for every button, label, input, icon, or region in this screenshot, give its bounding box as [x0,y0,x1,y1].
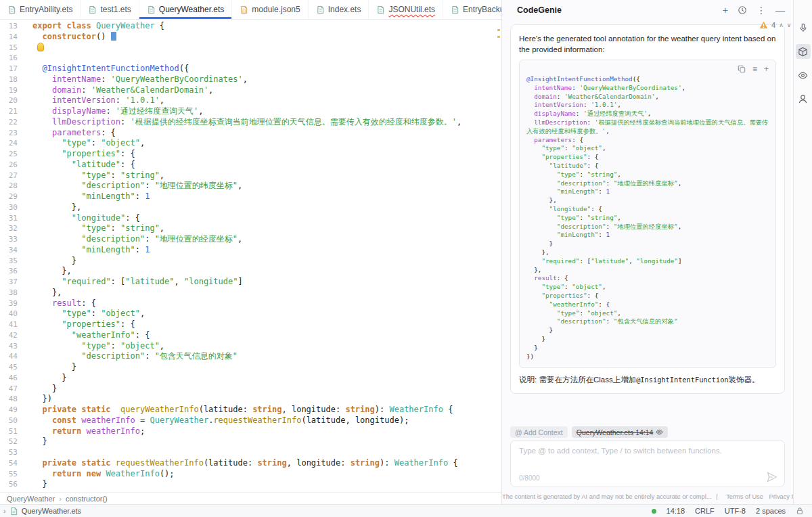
lock-icon[interactable] [796,507,804,515]
line-number: 40 [0,309,18,319]
tab-entryability-ets[interactable]: EntryAbility.ets [0,0,81,19]
code-line: 29 "minLength": 1 [0,192,497,202]
context-file-chip[interactable]: QueryWeather.ets 14:14 [572,426,669,438]
line-number: 20 [0,95,18,106]
chevron-right-icon: › [59,495,62,503]
code-line: 46 } [0,373,497,384]
code-line: 19 domain: 'Weather&CalendarDomain', [0,85,497,96]
line-number: 25 [0,149,18,160]
panel-code-line: } [526,326,769,335]
editor-code-area[interactable]: 13export class QueryWeather {14 construc… [0,21,497,490]
line-number: 56 [0,479,18,490]
tab-module-json5[interactable]: {}module.json5 [232,0,308,19]
svg-text:{}: {} [242,8,247,12]
panel-code-line: "longitude": { [526,205,769,214]
tab-label: EntryAbility.ets [20,5,72,14]
line-number: 26 [0,160,18,171]
panel-code-line: "type": "object", [526,309,769,318]
panel-code-line: llmDescription: '根据提供的经纬度坐标查询当前地理位置的天气信息… [526,118,769,136]
note-text: 装饰器。 [729,376,760,384]
panel-code-line: displayName: '通过经纬度查询天气', [526,110,769,118]
status-time: 14:18 [667,507,685,515]
prev-warning-icon[interactable]: ∧ [779,22,784,28]
panel-code-line: "required": ["latitude", "longitude"] [526,257,769,266]
scrollbar-warning-mark [497,29,500,31]
line-ending-selector[interactable]: CRLF [695,507,715,515]
tab-queryweather-ets[interactable]: QueryWeather.ets [139,0,233,19]
ets-file-icon [316,5,325,14]
tab-test1-ets[interactable]: test1.ets [81,0,139,19]
editor-tab-bar: EntryAbility.etstest1.etsQueryWeather.et… [0,0,501,20]
codegenie-panel: CodeGenie + ⋮ — 4 ∧ ∨ Here's the generat… [501,0,793,504]
panel-code-line: @InsightIntentFunctionMethod({ [526,75,769,84]
ets-file-icon [451,5,459,14]
codegenie-tool-icon[interactable] [796,44,811,59]
eye-icon[interactable] [656,428,663,436]
code-line: 35 } [0,256,497,267]
char-counter: 0/8000 [519,474,540,482]
code-block: ≡ + @InsightIntentFunctionMethod({ inten… [519,60,776,368]
privacy-policy-link[interactable]: Privacy Policy [769,493,793,500]
line-number: 30 [0,202,18,213]
code-editor[interactable]: 13export class QueryWeather {14 construc… [0,20,501,492]
panel-code-line: } [526,240,769,248]
tab-index-ets[interactable]: Index.ets [309,0,369,19]
chat-input-placeholder: Type @ to add context, Type / to switch … [511,441,784,461]
code-line: 23 parameters: { [0,128,497,139]
line-number: 36 [0,266,18,277]
statusbar-file-tab[interactable]: QueryWeather.ets [22,507,81,515]
panel-code-line: "properties": { [526,292,769,300]
code-line: 18 intentName: 'QueryWeatherByCoordinate… [0,74,497,85]
footer-separator: | [716,493,717,500]
panel-title: CodeGenie [517,5,562,15]
add-context-button[interactable]: @ Add Context [510,426,568,438]
expand-toolwindow-icon[interactable]: › [3,507,6,515]
tab-label: JSONUtil.ets [388,5,435,14]
code-line: 26 "latitude": { [0,160,497,171]
more-options-icon[interactable]: ⋮ [757,5,766,15]
chat-input[interactable]: Type @ to add context, Type / to switch … [510,440,785,487]
line-number: 17 [0,64,18,74]
note-inline-code: @InsightIntentFunction [636,376,728,384]
encoding-selector[interactable]: UTF-8 [725,507,746,515]
breadcrumb-method[interactable]: constructor() [66,495,108,503]
history-icon[interactable] [738,5,747,15]
code-line: 22 llmDescription: '根据提供的经纬度坐标查询当前地理位置的天… [0,117,497,128]
panel-code-line: }) [526,353,769,361]
line-number: 35 [0,256,18,267]
send-icon[interactable] [767,472,777,482]
new-chat-icon[interactable]: + [723,5,728,15]
code-line: 38 }, [0,288,497,298]
breadcrumb-class[interactable]: QueryWeather [7,495,55,503]
line-number: 33 [0,234,18,245]
code-line: 28 "description": "地理位置的纬度坐标", [0,181,497,192]
line-number: 31 [0,213,18,224]
tab-jsonutil-ets[interactable]: JSONUtil.ets [369,0,443,19]
next-warning-icon[interactable]: ∨ [787,22,792,28]
copy-icon[interactable] [738,65,746,73]
voice-input-icon[interactable] [796,20,811,35]
line-number: 48 [0,394,18,405]
line-number: 27 [0,171,18,181]
panel-code-line: "type": "object", [526,283,769,292]
account-icon[interactable] [796,91,811,106]
code-line: 31 "longitude": { [0,213,497,224]
line-number: 21 [0,106,18,117]
ets-file-icon [376,5,385,14]
code-line: 24 "type": "object", [0,138,497,149]
line-number: 32 [0,223,18,234]
panel-code-line: result: { [526,274,769,283]
status-bar: › QueryWeather.ets 14:18 CRLF UTF-8 2 sp… [0,504,812,517]
line-number: 34 [0,245,18,256]
terms-of-use-link[interactable]: Terms of Use [726,493,763,500]
line-number: 50 [0,415,18,426]
indent-selector[interactable]: 2 spaces [756,507,786,515]
panel-code-line: intentName: 'QueryWeatherByCoordinates', [526,84,769,93]
previewer-icon[interactable] [796,68,811,83]
insert-code-icon[interactable]: ≡ [752,65,757,73]
intention-bulb-icon[interactable] [37,43,44,51]
inspections-widget[interactable]: 4 ∧ ∨ [759,21,791,29]
code-line: 41 "properties": { [0,319,497,330]
add-to-file-icon[interactable]: + [764,65,769,73]
minimize-panel-icon[interactable]: — [775,5,785,15]
